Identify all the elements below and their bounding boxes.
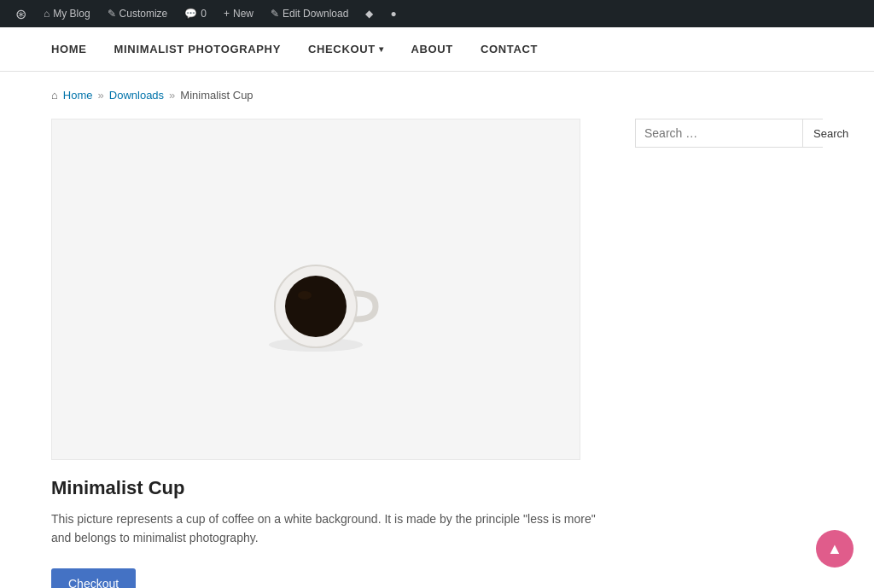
product-title: Minimalist Cup bbox=[51, 477, 601, 499]
breadcrumb-separator-1: » bbox=[98, 89, 104, 102]
product-image bbox=[51, 119, 580, 460]
breadcrumb-current: Minimalist Cup bbox=[180, 89, 253, 102]
search-button[interactable]: Search bbox=[802, 119, 859, 147]
edit-download-label: Edit Download bbox=[283, 8, 348, 20]
breadcrumb: ⌂ Home » Downloads » Minimalist Cup bbox=[51, 89, 823, 102]
nav-minimalist-label: MINIMALIST PHOTOGRAPHY bbox=[114, 43, 281, 55]
my-blog-label: My Blog bbox=[53, 8, 90, 20]
nav-contact-label: CONTACT bbox=[481, 43, 538, 55]
checkout-dropdown-arrow: ▾ bbox=[379, 44, 384, 54]
new-label: New bbox=[233, 8, 253, 20]
checkout-button[interactable]: Checkout bbox=[51, 568, 136, 588]
search-input[interactable] bbox=[636, 119, 802, 147]
sidebar: Search bbox=[635, 119, 823, 148]
edit-icon: ✎ bbox=[271, 8, 279, 20]
new-item[interactable]: + New bbox=[217, 0, 260, 27]
breadcrumb-separator-2: » bbox=[169, 89, 175, 102]
comments-count: 0 bbox=[201, 8, 207, 20]
nav-about-label: ABOUT bbox=[411, 43, 452, 55]
nav-item-minimalist-photography[interactable]: MINIMALIST PHOTOGRAPHY bbox=[101, 27, 294, 71]
coffee-cup-svg bbox=[248, 221, 384, 358]
svg-point-2 bbox=[285, 276, 347, 337]
product-description: This picture represents a cup of coffee … bbox=[51, 509, 601, 548]
comments-item[interactable]: 💬 0 bbox=[178, 0, 213, 27]
nav-item-checkout[interactable]: CHECKOUT ▾ bbox=[294, 27, 398, 71]
svg-point-3 bbox=[298, 291, 312, 300]
breadcrumb-downloads-link[interactable]: Downloads bbox=[109, 89, 164, 102]
back-to-top-button[interactable]: ▲ bbox=[816, 530, 854, 568]
new-icon: + bbox=[224, 8, 230, 20]
nav-home-label: HOME bbox=[51, 43, 87, 55]
search-widget: Search bbox=[635, 119, 823, 148]
wp-logo-item[interactable]: ⊛ bbox=[9, 0, 33, 27]
wordpress-icon: ⊛ bbox=[15, 6, 26, 22]
meta-item[interactable]: ● bbox=[383, 0, 403, 27]
nav-item-contact[interactable]: CONTACT bbox=[467, 27, 551, 71]
main-content: Minimalist Cup This picture represents a… bbox=[51, 119, 601, 588]
customize-icon: ✎ bbox=[108, 8, 116, 20]
customize-label: Customize bbox=[119, 8, 168, 20]
breadcrumb-home-icon: ⌂ bbox=[51, 89, 58, 102]
my-blog-item[interactable]: ⌂ My Blog bbox=[37, 0, 97, 27]
home-icon: ⌂ bbox=[44, 8, 50, 20]
content-area: Minimalist Cup This picture represents a… bbox=[51, 119, 823, 588]
woo-item[interactable]: ◆ bbox=[358, 0, 380, 27]
nav-item-about[interactable]: ABOUT bbox=[397, 27, 466, 71]
customize-item[interactable]: ✎ Customize bbox=[101, 0, 175, 27]
back-to-top-icon: ▲ bbox=[827, 540, 842, 558]
admin-bar: ⊛ ⌂ My Blog ✎ Customize 💬 0 + New ✎ Edit… bbox=[0, 0, 874, 27]
main-nav: HOME MINIMALIST PHOTOGRAPHY CHECKOUT ▾ A… bbox=[0, 27, 874, 72]
coffee-cup-illustration bbox=[52, 119, 580, 459]
breadcrumb-home-link[interactable]: Home bbox=[63, 89, 93, 102]
meta-icon: ● bbox=[390, 8, 396, 20]
page-wrapper: ⌂ Home » Downloads » Minimalist Cup bbox=[0, 72, 874, 588]
comments-icon: 💬 bbox=[184, 8, 197, 20]
nav-checkout-label: CHECKOUT bbox=[308, 43, 376, 55]
nav-item-home[interactable]: HOME bbox=[51, 27, 101, 71]
woo-icon: ◆ bbox=[365, 8, 373, 20]
edit-download-item[interactable]: ✎ Edit Download bbox=[264, 0, 355, 27]
